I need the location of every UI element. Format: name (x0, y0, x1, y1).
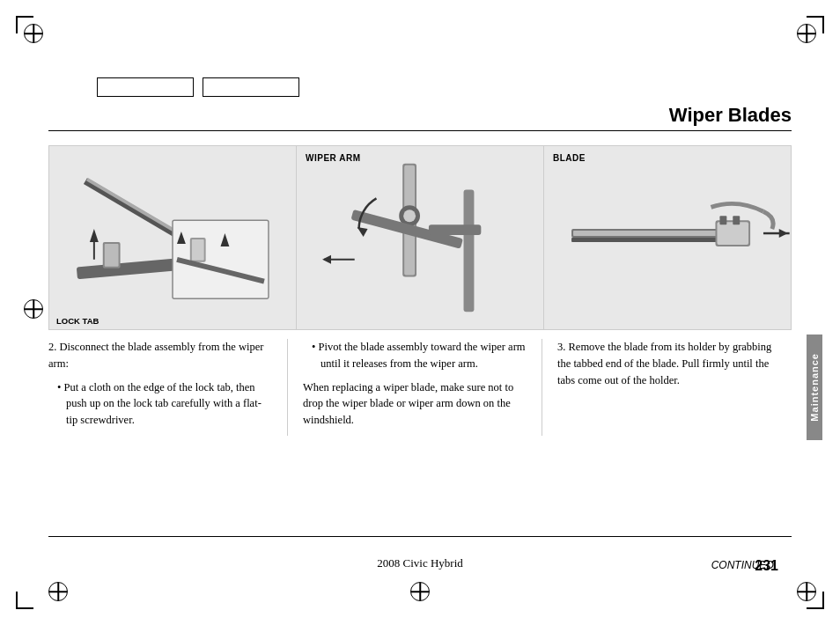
svg-marker-29 (779, 229, 788, 238)
text-col-3: 3. Remove the blade from its holder by g… (547, 339, 792, 436)
text-divider-1 (287, 339, 288, 436)
svg-rect-21 (464, 190, 475, 312)
svg-rect-31 (733, 216, 740, 224)
svg-rect-4 (105, 244, 119, 267)
tab-box-1 (97, 77, 194, 97)
crosshair-bottom-right (797, 582, 816, 601)
maintenance-sidebar: Maintenance (807, 335, 822, 440)
svg-rect-22 (429, 224, 481, 235)
wiper-arm-label: WIPER ARM (306, 153, 360, 163)
step-2-heading: 2. Disconnect the blade assembly from th… (48, 339, 272, 372)
crosshair-top-left (24, 24, 43, 43)
crosshair-top-right (797, 24, 816, 43)
crosshair-mid-left (24, 299, 43, 319)
corner-mark-bl (16, 583, 42, 609)
svg-marker-20 (322, 255, 331, 264)
crosshair-bottom-left (48, 582, 68, 601)
footer-center: 2008 Civic Hybrid (0, 556, 840, 570)
crosshair-bottom-center (410, 582, 430, 601)
svg-marker-18 (357, 227, 368, 237)
col2-bullet: • Pivot the blade assembly toward the wi… (312, 339, 527, 372)
step-2-bullet: • Put a cloth on the edge of the lock ta… (57, 379, 272, 429)
footer-page-container: 231 (755, 558, 778, 574)
svg-rect-30 (719, 216, 726, 224)
svg-rect-9 (192, 239, 204, 261)
tab-box-2 (203, 77, 299, 97)
col2-note: When replacing a wiper blade, make sure … (303, 379, 527, 429)
page-number: 231 (755, 558, 778, 573)
blade-label: BLADE (553, 153, 586, 163)
title-underline (48, 130, 792, 131)
text-content: 2. Disconnect the blade assembly from th… (48, 339, 792, 436)
page-title: Wiper Blades (669, 104, 792, 127)
text-col-1: 2. Disconnect the blade assembly from th… (48, 339, 283, 436)
footer-model: 2008 Civic Hybrid (377, 556, 463, 570)
illustrations-row: LOCK TAB WIPER ARM BLADE (48, 145, 792, 330)
svg-point-16 (403, 210, 416, 222)
illus-col-1: LOCK TAB (48, 145, 297, 330)
maintenance-label: Maintenance (809, 353, 820, 422)
illus-col-3: BLADE (544, 145, 792, 330)
illus-col-2: WIPER ARM (297, 145, 544, 330)
svg-rect-27 (717, 222, 748, 245)
tab-boxes (97, 77, 299, 97)
text-col-2: • Pivot the blade assembly toward the wi… (292, 339, 537, 436)
text-divider-2 (542, 339, 542, 436)
footer-line (48, 536, 792, 537)
lock-tab-label: LOCK TAB (56, 316, 99, 326)
svg-marker-5 (90, 229, 99, 242)
step-3: 3. Remove the blade from its holder by g… (557, 339, 781, 388)
